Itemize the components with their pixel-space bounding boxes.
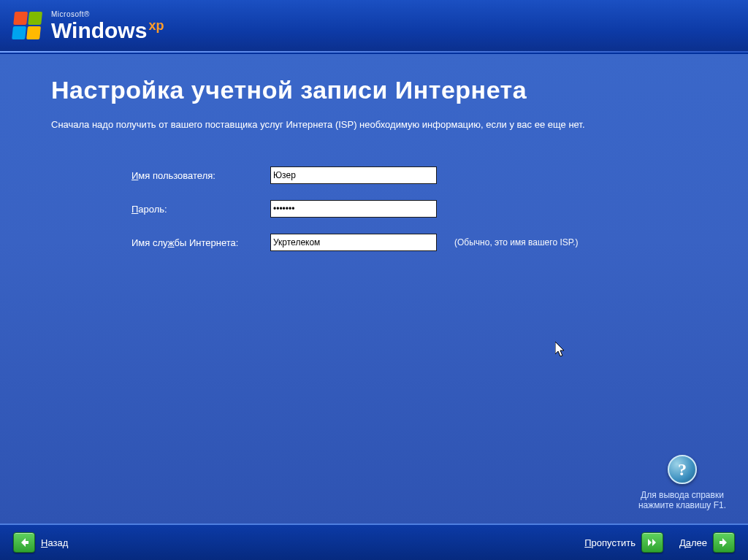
brand-text: Microsoft® Windowsxp [51, 11, 164, 42]
arrow-left-icon [13, 532, 35, 553]
username-field[interactable] [270, 166, 437, 184]
setup-screen: Microsoft® Windowsxp Настройка учетной з… [0, 0, 748, 560]
header-divider [0, 51, 748, 53]
windows-flag-icon [12, 12, 45, 41]
back-button[interactable]: Назад [13, 532, 68, 553]
footer-nav: Назад Пропустить Далее [0, 523, 748, 560]
page-title: Настройка учетной записи Интернета [51, 76, 697, 104]
arrow-right-icon [713, 532, 735, 553]
next-button[interactable]: Далее [679, 532, 735, 553]
back-label: Назад [41, 537, 68, 548]
isp-field[interactable] [270, 234, 437, 251]
isp-form: Имя пользователя: Пароль: Имя службы Инт… [131, 166, 697, 251]
help-line1: Для вывода справки [638, 490, 726, 500]
brand-product: Windows [51, 20, 147, 42]
brand-edition: xp [148, 19, 164, 32]
isp-hint: (Обычно, это имя вашего ISP.) [454, 237, 579, 248]
intro-text: Сначала надо получить от вашего поставщи… [51, 119, 697, 130]
label-password: Пароль: [131, 204, 270, 215]
skip-button[interactable]: Пропустить [584, 532, 663, 553]
double-arrow-right-icon [641, 532, 663, 553]
skip-label: Пропустить [584, 537, 636, 548]
help-icon[interactable]: ? [668, 455, 697, 484]
brand-company: Microsoft [51, 10, 84, 18]
content-area: Настройка учетной записи Интернета Снача… [0, 54, 748, 523]
row-isp: Имя службы Интернета: (Обычно, это имя в… [131, 234, 697, 251]
help-block: ? Для вывода справки нажмите клавишу F1. [638, 455, 726, 510]
row-username: Имя пользователя: [131, 166, 697, 184]
header-bar: Microsoft® Windowsxp [0, 0, 748, 53]
next-label: Далее [679, 537, 707, 548]
row-password: Пароль: [131, 200, 697, 218]
brand-trademark: ® [84, 10, 90, 18]
help-line2: нажмите клавишу F1. [638, 500, 726, 510]
label-isp: Имя службы Интернета: [131, 237, 270, 248]
password-field[interactable] [270, 200, 437, 218]
label-username: Имя пользователя: [131, 170, 270, 181]
